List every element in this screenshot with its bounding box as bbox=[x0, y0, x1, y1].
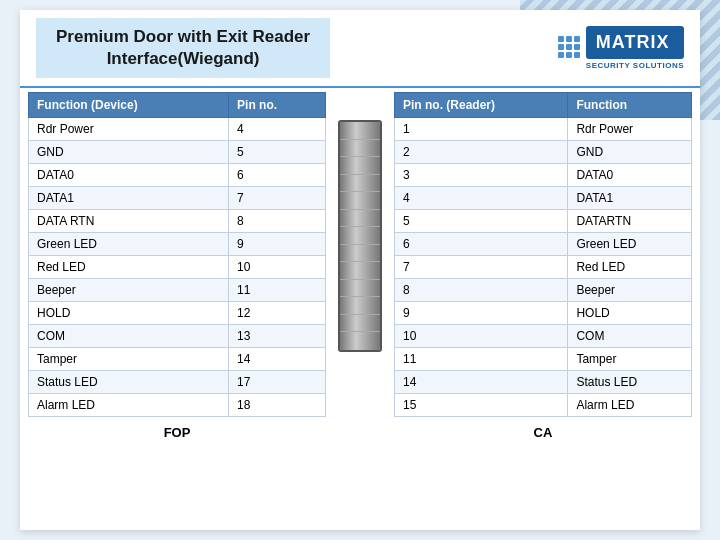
left-function-cell: Beeper bbox=[29, 279, 229, 302]
right-table-row: 8Beeper bbox=[395, 279, 692, 302]
right-function-cell: Status LED bbox=[568, 371, 692, 394]
right-table-row: 4DATA1 bbox=[395, 187, 692, 210]
main-card: Premium Door with Exit Reader Interface(… bbox=[20, 10, 700, 530]
left-table: Function (Device) Pin no. Rdr Power4GND5… bbox=[28, 92, 326, 417]
left-pin-cell: 10 bbox=[229, 256, 326, 279]
left-pin-cell: 6 bbox=[229, 164, 326, 187]
footer: FOP CA bbox=[20, 421, 700, 444]
right-col2-header: Function bbox=[568, 93, 692, 118]
left-pin-cell: 7 bbox=[229, 187, 326, 210]
right-function-cell: DATA1 bbox=[568, 187, 692, 210]
left-pin-cell: 11 bbox=[229, 279, 326, 302]
left-table-row: Green LED9 bbox=[29, 233, 326, 256]
right-pin-cell: 2 bbox=[395, 141, 568, 164]
right-function-cell: HOLD bbox=[568, 302, 692, 325]
left-table-row: GND5 bbox=[29, 141, 326, 164]
left-pin-cell: 8 bbox=[229, 210, 326, 233]
left-pin-cell: 4 bbox=[229, 118, 326, 141]
left-function-cell: Status LED bbox=[29, 371, 229, 394]
left-function-cell: Green LED bbox=[29, 233, 229, 256]
left-pin-cell: 17 bbox=[229, 371, 326, 394]
left-pin-cell: 5 bbox=[229, 141, 326, 164]
right-table-row: 5DATARTN bbox=[395, 210, 692, 233]
right-pin-cell: 7 bbox=[395, 256, 568, 279]
header: Premium Door with Exit Reader Interface(… bbox=[20, 10, 700, 88]
left-function-cell: HOLD bbox=[29, 302, 229, 325]
left-table-row: Alarm LED18 bbox=[29, 394, 326, 417]
left-function-cell: GND bbox=[29, 141, 229, 164]
left-function-cell: DATA0 bbox=[29, 164, 229, 187]
left-pin-cell: 18 bbox=[229, 394, 326, 417]
right-pin-cell: 10 bbox=[395, 325, 568, 348]
left-function-cell: Red LED bbox=[29, 256, 229, 279]
left-table-row: Beeper11 bbox=[29, 279, 326, 302]
right-function-cell: Red LED bbox=[568, 256, 692, 279]
left-table-row: Status LED17 bbox=[29, 371, 326, 394]
left-table-row: Red LED10 bbox=[29, 256, 326, 279]
left-table-row: DATA RTN8 bbox=[29, 210, 326, 233]
left-pin-cell: 14 bbox=[229, 348, 326, 371]
left-pin-cell: 12 bbox=[229, 302, 326, 325]
right-pin-cell: 9 bbox=[395, 302, 568, 325]
left-function-cell: DATA1 bbox=[29, 187, 229, 210]
right-table-row: 1Rdr Power bbox=[395, 118, 692, 141]
right-pin-cell: 6 bbox=[395, 233, 568, 256]
right-function-cell: Green LED bbox=[568, 233, 692, 256]
right-table: Pin no. (Reader) Function 1Rdr Power2GND… bbox=[394, 92, 692, 417]
left-table-row: DATA06 bbox=[29, 164, 326, 187]
right-function-cell: GND bbox=[568, 141, 692, 164]
right-function-cell: DATA0 bbox=[568, 164, 692, 187]
tables-section: Function (Device) Pin no. Rdr Power4GND5… bbox=[20, 88, 700, 421]
right-function-cell: COM bbox=[568, 325, 692, 348]
right-function-cell: Beeper bbox=[568, 279, 692, 302]
logo: MATRIX SECURITY SOLUTIONS bbox=[558, 26, 684, 70]
logo-tagline: SECURITY SOLUTIONS bbox=[586, 61, 684, 70]
right-table-row: 3DATA0 bbox=[395, 164, 692, 187]
right-pin-cell: 4 bbox=[395, 187, 568, 210]
right-table-row: 14Status LED bbox=[395, 371, 692, 394]
left-col2-header: Pin no. bbox=[229, 93, 326, 118]
left-table-row: Rdr Power4 bbox=[29, 118, 326, 141]
right-pin-cell: 8 bbox=[395, 279, 568, 302]
left-col1-header: Function (Device) bbox=[29, 93, 229, 118]
right-table-row: 10COM bbox=[395, 325, 692, 348]
logo-brand: MATRIX bbox=[596, 32, 674, 53]
right-pin-cell: 3 bbox=[395, 164, 568, 187]
left-pin-cell: 9 bbox=[229, 233, 326, 256]
right-pin-cell: 15 bbox=[395, 394, 568, 417]
left-pin-cell: 13 bbox=[229, 325, 326, 348]
right-col1-header: Pin no. (Reader) bbox=[395, 93, 568, 118]
right-pin-cell: 5 bbox=[395, 210, 568, 233]
connector-body bbox=[338, 120, 382, 352]
right-function-cell: Alarm LED bbox=[568, 394, 692, 417]
right-pin-cell: 11 bbox=[395, 348, 568, 371]
right-footer-label: CA bbox=[394, 423, 692, 442]
right-pin-cell: 1 bbox=[395, 118, 568, 141]
left-table-row: Tamper14 bbox=[29, 348, 326, 371]
left-function-cell: DATA RTN bbox=[29, 210, 229, 233]
right-function-cell: Tamper bbox=[568, 348, 692, 371]
right-table-row: 15Alarm LED bbox=[395, 394, 692, 417]
left-table-row: HOLD12 bbox=[29, 302, 326, 325]
right-function-cell: Rdr Power bbox=[568, 118, 692, 141]
left-function-cell: COM bbox=[29, 325, 229, 348]
left-function-cell: Rdr Power bbox=[29, 118, 229, 141]
wire-connector bbox=[330, 92, 390, 417]
right-pin-cell: 14 bbox=[395, 371, 568, 394]
right-table-row: 7Red LED bbox=[395, 256, 692, 279]
left-function-cell: Tamper bbox=[29, 348, 229, 371]
right-table-row: 6Green LED bbox=[395, 233, 692, 256]
page-title: Premium Door with Exit Reader Interface(… bbox=[56, 26, 310, 70]
left-table-row: DATA17 bbox=[29, 187, 326, 210]
right-table-row: 9HOLD bbox=[395, 302, 692, 325]
left-function-cell: Alarm LED bbox=[29, 394, 229, 417]
right-table-row: 11Tamper bbox=[395, 348, 692, 371]
right-table-row: 2GND bbox=[395, 141, 692, 164]
left-footer-label: FOP bbox=[28, 423, 326, 442]
right-function-cell: DATARTN bbox=[568, 210, 692, 233]
left-table-row: COM13 bbox=[29, 325, 326, 348]
title-block: Premium Door with Exit Reader Interface(… bbox=[36, 18, 330, 78]
